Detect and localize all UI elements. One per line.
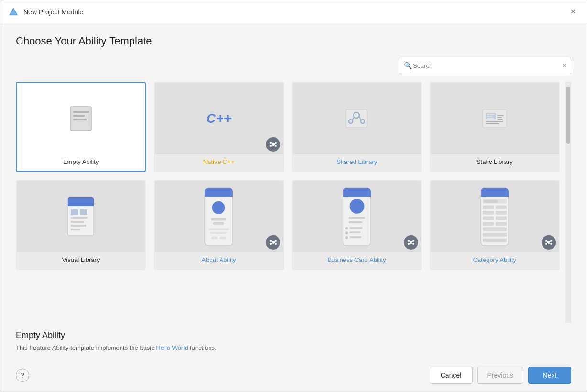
previous-button[interactable]: Previous: [477, 367, 523, 384]
svg-rect-44: [211, 218, 226, 220]
card-label-static: Static Library: [476, 158, 513, 165]
card-image-business: [293, 181, 421, 252]
svg-rect-84: [484, 199, 498, 202]
card-shared-library[interactable]: Shared Library: [292, 82, 422, 172]
svg-point-43: [212, 201, 225, 214]
svg-rect-92: [496, 222, 507, 226]
card-business-card[interactable]: Business Card Ability: [292, 180, 422, 270]
help-button[interactable]: ?: [16, 369, 29, 382]
description-text: This Feature Ability template implements…: [16, 343, 571, 353]
description-after: functions.: [188, 344, 216, 351]
svg-rect-49: [220, 236, 226, 239]
card-label-category: Category Ability: [473, 256, 516, 263]
svg-rect-47: [210, 232, 227, 234]
footer: ? Cancel Previous Next: [0, 361, 587, 392]
svg-rect-25: [487, 118, 494, 119]
svg-rect-48: [211, 236, 218, 239]
svg-rect-90: [496, 216, 507, 220]
svg-rect-91: [483, 222, 494, 226]
dialog: New Project Module × Choose Your Ability…: [0, 0, 587, 392]
node-badge-icon: [269, 141, 277, 148]
about-icon: [201, 187, 236, 247]
svg-rect-45: [213, 222, 224, 225]
cancel-button[interactable]: Cancel: [430, 367, 473, 384]
grid-scroll[interactable]: Empty Ability C++: [16, 82, 564, 323]
card-label-cpp: Native C++: [203, 158, 234, 165]
business-badge: [404, 235, 418, 250]
svg-rect-38: [71, 225, 86, 227]
cpp-icon: C++: [206, 111, 232, 126]
svg-rect-63: [348, 217, 365, 219]
next-button[interactable]: Next: [528, 367, 571, 384]
search-row: 🔍 ✕: [16, 57, 571, 74]
empty-ability-icon: [66, 104, 95, 133]
about-badge-icon: [269, 239, 277, 246]
svg-rect-89: [483, 216, 494, 220]
business-badge-icon: [407, 239, 415, 246]
svg-rect-3: [73, 111, 89, 113]
svg-point-69: [345, 236, 348, 239]
card-native-cpp[interactable]: C++: [154, 82, 284, 172]
svg-point-67: [345, 231, 348, 234]
app-icon: [8, 7, 19, 17]
svg-rect-42: [205, 193, 233, 197]
svg-rect-24: [487, 116, 493, 117]
card-image-cpp: C++: [155, 83, 283, 154]
card-image-category: [431, 181, 559, 252]
footer-buttons: Cancel Previous Next: [430, 367, 571, 384]
svg-rect-4: [73, 115, 85, 117]
svg-rect-34: [71, 209, 78, 215]
svg-rect-85: [483, 205, 494, 209]
svg-rect-27: [497, 117, 502, 118]
svg-rect-95: [483, 238, 507, 242]
svg-rect-23: [487, 114, 495, 115]
svg-rect-28: [497, 119, 503, 120]
card-label-visual: Visual Library: [62, 256, 100, 263]
grid-container: Empty Ability C++: [16, 82, 571, 323]
svg-rect-61: [343, 193, 371, 197]
card-image-about: [155, 181, 283, 252]
cpp-badge: [266, 137, 280, 152]
card-visual-library[interactable]: Visual Library: [16, 180, 146, 270]
card-label-about: About Ability: [202, 256, 236, 263]
card-label-business: Business Card Ability: [328, 256, 386, 263]
description-before: This Feature Ability template implements…: [16, 344, 156, 351]
search-icon: 🔍: [404, 62, 412, 69]
about-badge: [266, 235, 280, 250]
search-input[interactable]: [399, 57, 571, 74]
search-wrapper: 🔍 ✕: [399, 57, 571, 74]
svg-rect-93: [483, 227, 507, 231]
svg-rect-66: [349, 227, 362, 229]
page-title: Choose Your Ability Template: [16, 35, 571, 47]
card-image-shared: [293, 83, 421, 154]
svg-rect-39: [71, 229, 80, 230]
card-static-library[interactable]: Static Library: [430, 82, 560, 172]
titlebar-left: New Project Module: [8, 7, 83, 17]
search-clear-button[interactable]: ✕: [562, 62, 567, 69]
scrollbar-thumb: [566, 87, 570, 144]
main-content: Choose Your Ability Template 🔍 ✕: [0, 23, 587, 323]
titlebar-title: New Project Module: [23, 8, 83, 16]
svg-point-65: [345, 227, 348, 229]
card-about-ability[interactable]: About Ability: [154, 180, 284, 270]
card-label-shared: Shared Library: [336, 158, 377, 165]
svg-rect-29: [486, 121, 503, 122]
scrollbar-track[interactable]: [565, 82, 571, 323]
card-category-ability[interactable]: Category Ability: [430, 180, 560, 270]
svg-rect-68: [349, 231, 360, 233]
description-title: Empty Ability: [16, 330, 571, 340]
card-image-empty: [17, 83, 145, 154]
card-image-visual: [17, 181, 145, 252]
close-button[interactable]: ×: [567, 6, 579, 18]
svg-rect-5: [73, 119, 87, 120]
category-icon: [477, 187, 512, 247]
svg-rect-88: [496, 211, 507, 215]
category-badge: [542, 235, 556, 250]
svg-rect-26: [497, 115, 504, 116]
cards-grid: Empty Ability C++: [16, 82, 560, 278]
svg-rect-86: [496, 205, 507, 209]
card-label-empty: Empty Ability: [63, 158, 99, 165]
description-section: Empty Ability This Feature Ability templ…: [0, 323, 587, 361]
card-empty-ability[interactable]: Empty Ability: [16, 82, 146, 172]
svg-rect-35: [80, 209, 87, 215]
